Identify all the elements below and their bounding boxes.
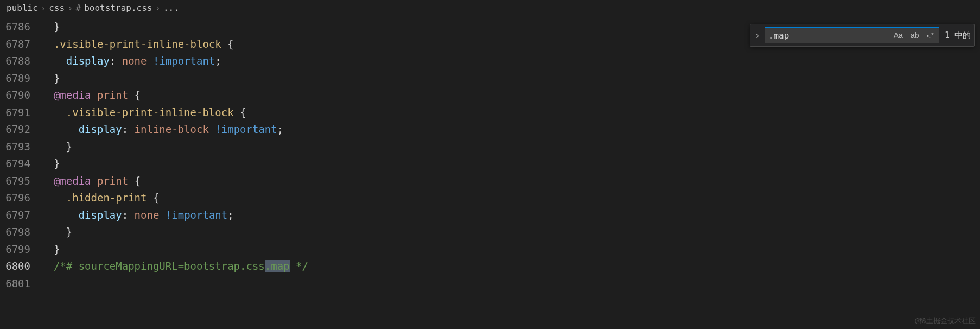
line-number: 6795: [0, 173, 41, 190]
code-text: /*# sourceMappingURL=bootstrap.css.map *…: [41, 258, 308, 275]
line-number: 6797: [0, 207, 41, 224]
line-number: 6796: [0, 189, 41, 207]
css-file-icon: #: [76, 3, 81, 13]
code-text: .visible-print-inline-block {: [41, 104, 246, 122]
line-number: 6787: [0, 36, 41, 53]
breadcrumb-item[interactable]: public: [7, 3, 38, 13]
line-number: 6798: [0, 224, 41, 241]
code-text: @media print {: [41, 173, 141, 190]
match-whole-word-button[interactable]: ab: [909, 30, 921, 40]
line-number: 6789: [0, 70, 41, 87]
code-text: display: none !important;: [41, 207, 234, 224]
line-number: 6799: [0, 241, 41, 258]
watermark: @稀土掘金技术社区: [915, 316, 976, 326]
find-widget: › Aa ab ▪.* 1 中的: [750, 24, 975, 47]
code-text: display: inline-block !important;: [41, 121, 283, 138]
code-text: @media print {: [41, 87, 141, 104]
line-number: 6792: [0, 121, 41, 138]
code-text: .visible-print-inline-block {: [41, 36, 234, 53]
chevron-right-icon: ›: [155, 4, 160, 12]
code-editor[interactable]: 6786 } 6787 .visible-print-inline-block …: [0, 16, 980, 292]
find-input-wrap: Aa ab ▪.*: [765, 27, 939, 43]
find-count: 1 中的: [943, 30, 971, 41]
breadcrumb-item[interactable]: ...: [163, 3, 179, 13]
toggle-replace-icon[interactable]: ›: [754, 30, 761, 41]
breadcrumb-item[interactable]: bootstrap.css: [84, 3, 152, 13]
line-number: 6794: [0, 155, 41, 173]
line-number: 6801: [0, 275, 41, 293]
line-number: 6800: [0, 258, 41, 275]
regex-button[interactable]: ▪.*: [925, 30, 935, 40]
code-text: }: [41, 18, 60, 36]
code-text: }: [41, 224, 72, 241]
code-text: }: [41, 138, 72, 156]
chevron-right-icon: ›: [68, 4, 72, 12]
line-number: 6786: [0, 18, 41, 36]
line-number: 6790: [0, 87, 41, 104]
code-text: }: [41, 155, 60, 173]
breadcrumb: public › css › # bootstrap.css › ...: [0, 0, 980, 16]
line-number: 6791: [0, 104, 41, 122]
breadcrumb-item[interactable]: css: [49, 3, 65, 13]
chevron-right-icon: ›: [41, 4, 46, 12]
line-number: 6793: [0, 138, 41, 156]
code-text: display: none !important;: [41, 53, 221, 70]
line-number: 6788: [0, 53, 41, 70]
code-text: }: [41, 241, 60, 258]
find-input[interactable]: [768, 30, 888, 41]
search-match: .map: [265, 260, 290, 272]
code-text: }: [41, 70, 60, 87]
match-case-button[interactable]: Aa: [892, 30, 905, 40]
code-text: .hidden-print {: [41, 189, 159, 207]
